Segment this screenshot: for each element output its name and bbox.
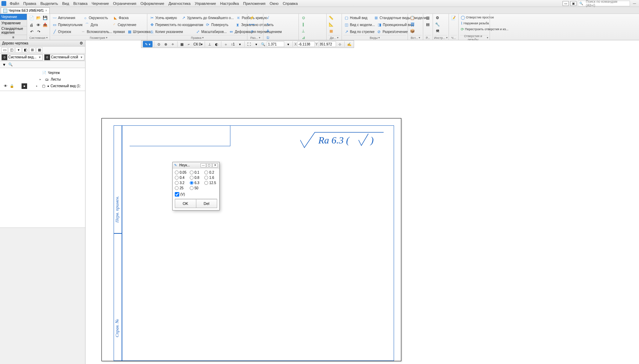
arc-button[interactable]: ⌒Дуга	[84, 22, 99, 28]
radio-option[interactable]: 0.8	[190, 176, 203, 180]
zoom-fit-icon[interactable]: ⛶	[246, 41, 252, 47]
autoline-button[interactable]: 〰Автолиния	[51, 15, 76, 21]
leader-icon[interactable]: ↖	[265, 21, 271, 27]
rtab-expand[interactable]: ≡	[0, 35, 27, 40]
radio-option[interactable]: 12.5	[204, 181, 217, 185]
ok-button[interactable]: OK	[175, 199, 196, 208]
menu-drawing[interactable]: Черчение	[90, 1, 111, 6]
radio-option[interactable]: 6.3	[190, 181, 203, 185]
roughness-symbol[interactable]: Ra 6.3 ( )	[300, 130, 384, 150]
y-input[interactable]	[319, 41, 336, 47]
drawing-sheet[interactable]: Перв. примен. Справ. № Ra 6.3 ( )	[101, 118, 401, 361]
zoom2-dd[interactable]: ▾	[285, 41, 291, 47]
radio-option[interactable]: 0.1	[190, 171, 203, 174]
tree-tb-4-icon[interactable]: ◧	[22, 47, 28, 53]
zoom-icon[interactable]: 🔍	[260, 41, 266, 47]
dim-diam-icon[interactable]: ⌀	[249, 28, 255, 34]
menu-design[interactable]: Оформление	[138, 1, 166, 6]
section-button[interactable]: ⊘Разрез/сечение	[376, 29, 408, 35]
radio-option[interactable]: 25	[175, 186, 188, 190]
v-checkbox[interactable]	[175, 192, 179, 197]
menu-manage[interactable]: Управление	[192, 1, 218, 6]
insert-image-icon[interactable]: 🖼	[409, 21, 416, 27]
snap2-icon[interactable]: ⊕	[163, 41, 169, 47]
layer-combo[interactable]: 0 Системный слой ▾	[44, 54, 84, 60]
cs-label[interactable]: СК 0 ▾	[193, 41, 203, 47]
radio-option[interactable]: 0.4	[175, 176, 188, 180]
tree-sheets[interactable]: ▸ 🗂 Листы	[0, 76, 85, 83]
insert-obj-icon[interactable]: 📦	[409, 28, 416, 34]
zoom-input[interactable]	[267, 41, 284, 47]
coord-mode-icon[interactable]: ⊹	[337, 41, 343, 47]
menu-edit[interactable]: Правка	[21, 1, 38, 6]
snap3-icon[interactable]: ✧	[170, 41, 176, 47]
grid-icon[interactable]: ▦	[179, 41, 185, 47]
ortho-icon[interactable]: ⊥	[206, 41, 213, 47]
measure-dist-icon[interactable]: 📏	[328, 15, 334, 21]
del-button[interactable]: Del	[196, 199, 218, 208]
rotate-button[interactable]: ⟳Повернуть	[205, 22, 229, 28]
fillet-button[interactable]: ◜Скругление	[111, 22, 137, 28]
save-icon[interactable]: 💾	[42, 15, 48, 21]
expand-icon[interactable]: ▸	[40, 78, 43, 81]
viewarrow-button[interactable]: ↗Вид по стрелке	[343, 29, 375, 35]
menu-file[interactable]: Файл	[8, 1, 21, 6]
trim-button[interactable]: ✂Усечь кривую	[149, 15, 178, 21]
active-icon[interactable]: ●	[22, 83, 27, 89]
r2-icon[interactable]: ▤	[425, 21, 431, 27]
rebuild-button[interactable]: ⟳Перестроить отверстия и из...	[460, 26, 488, 32]
newview-button[interactable]: ▢Новый вид	[343, 15, 368, 21]
pointer-mode-icon[interactable]: ✎ ▾	[143, 41, 153, 47]
popup-min-icon[interactable]: —	[200, 163, 206, 167]
perpendicular-icon[interactable]: ⊥	[300, 28, 306, 34]
open-icon[interactable]: 📂	[35, 15, 42, 21]
radio-option[interactable]: 3.2	[175, 181, 188, 185]
rtab-manage[interactable]: Управление	[0, 20, 27, 26]
menu-view[interactable]: Вид	[60, 1, 71, 6]
movecoord-button[interactable]: ✥Переместить по координатам	[149, 22, 204, 28]
preview-icon[interactable]: 👁	[35, 22, 42, 28]
tool3-icon[interactable]: 🛠	[434, 28, 441, 34]
scale-button[interactable]: ⤢Масштабиров...	[195, 29, 227, 35]
tool1-icon[interactable]: ⚙	[434, 15, 441, 21]
window-maximize-icon[interactable]: ▣	[570, 1, 576, 6]
gear-icon[interactable]: ⚙	[80, 41, 83, 46]
thread-ext-button[interactable]: ⌇Наружная резьба	[460, 20, 488, 26]
menu-help[interactable]: Справка	[281, 1, 300, 6]
radio-option[interactable]: 1.6	[204, 176, 217, 180]
undo-icon[interactable]: ↶	[28, 29, 35, 35]
insert-fragment-icon[interactable]: 📋	[409, 15, 416, 21]
print-icon[interactable]: 🖨	[28, 22, 35, 28]
window-restore-icon[interactable]: ▭	[563, 1, 569, 6]
tree-sysview[interactable]: 👁 🔒 ● ▸ ▢ ● Системный вид (1:	[0, 83, 85, 89]
view-combo[interactable]: 0 Системный вид... ▾	[1, 54, 43, 60]
menu-insert[interactable]: Вставка	[71, 1, 90, 6]
tree-tb-3-icon[interactable]: ▾	[15, 47, 22, 53]
tree-search-input[interactable]	[8, 62, 84, 67]
x-input[interactable]	[297, 41, 315, 47]
auxline-button[interactable]: ┈Вспомогатель... прямая	[80, 29, 126, 35]
balloon-icon[interactable]: ①	[265, 34, 271, 41]
new-doc-icon[interactable]: 📄	[28, 15, 35, 21]
menu-apps[interactable]: Приложения	[241, 1, 268, 6]
snap1-icon[interactable]: ⊙	[156, 41, 162, 47]
menu-select[interactable]: Выделить	[38, 1, 60, 6]
popup-titlebar[interactable]: ✎ Неук... — ▢ ✕	[173, 162, 219, 168]
segment-button[interactable]: ╱Отрезок	[51, 29, 72, 35]
menu-window[interactable]: Окно	[268, 1, 281, 6]
viewmodel-button[interactable]: ◫Вид с модели...	[343, 22, 376, 28]
circle-button[interactable]: ○Окружность	[82, 15, 109, 21]
radio-option[interactable]: 0.05	[175, 171, 188, 174]
r1-icon[interactable]: ▥	[425, 15, 431, 21]
lock-icon[interactable]: 🔒	[9, 83, 15, 89]
rtab-std-parts[interactable]: Стандартные изделия	[0, 26, 27, 35]
roughness-icon[interactable]: √	[265, 15, 271, 21]
command-search-input[interactable]: Поиск по командам (Alt+/)	[578, 1, 630, 6]
close-icon[interactable]: ×	[45, 9, 47, 13]
coincident-icon[interactable]: ⊙	[300, 15, 306, 21]
rtab-drawing[interactable]: Черчение	[0, 14, 27, 20]
dim-linear-icon[interactable]: ⟷	[249, 21, 255, 27]
visible-icon[interactable]: 👁	[3, 83, 8, 89]
zoom-dd[interactable]: ▾	[253, 41, 259, 47]
ch1-icon[interactable]: 📝	[450, 15, 457, 21]
